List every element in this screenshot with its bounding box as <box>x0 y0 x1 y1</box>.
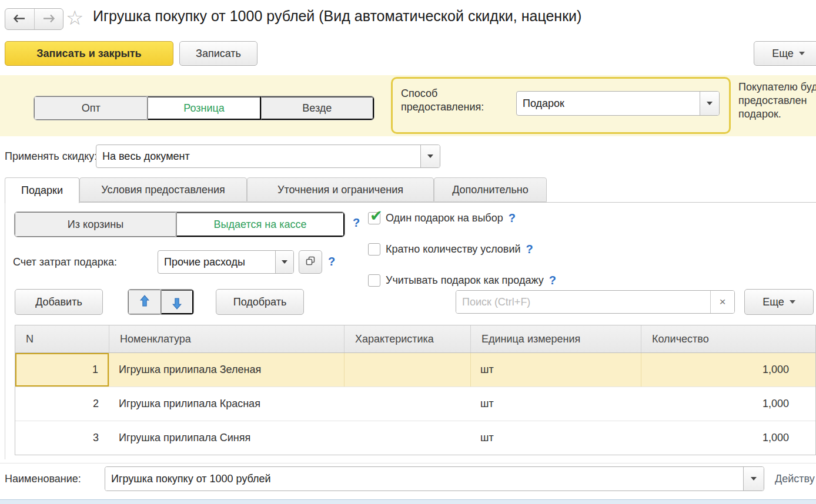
column-header-unit[interactable]: Единица измерения <box>471 325 641 352</box>
segment-vezde[interactable]: Везде <box>261 96 374 120</box>
table-header-row: N Номенклатура Характеристика Единица из… <box>15 325 815 353</box>
label-line: Способ <box>401 87 484 100</box>
combo-dropdown-button[interactable] <box>700 92 719 115</box>
option-count-as-sale[interactable]: Учитывать подарок как продажу ? <box>368 274 556 287</box>
help-option[interactable]: ? <box>526 243 533 256</box>
segment-roznica[interactable]: Розница <box>148 96 260 120</box>
option-one-gift[interactable]: ✔ Один подарок на выбор ? <box>368 211 516 225</box>
apply-discount-combo[interactable]: На весь документ <box>96 145 440 168</box>
gifts-table: N Номенклатура Характеристика Единица из… <box>15 325 816 455</box>
option-label[interactable]: Кратно количеству условий <box>386 243 521 256</box>
checkbox-checked[interactable]: ✔ <box>368 212 380 224</box>
forward-button[interactable] <box>34 9 63 29</box>
cell-characteristic[interactable] <box>345 387 471 421</box>
hint-line: Покупателю буд <box>738 80 816 94</box>
tab-podarki[interactable]: Подарки <box>5 177 79 203</box>
cell-nomenclature[interactable]: Игрушка прилипала Синяя <box>109 421 345 455</box>
window-title: Игрушка покупку от 1000 рублей (Вид авто… <box>93 8 581 25</box>
clear-search-button[interactable]: × <box>710 291 734 313</box>
column-header-quantity[interactable]: Количество <box>641 325 815 352</box>
cell-quantity[interactable]: 1,000 <box>641 421 815 455</box>
gift-source-segmented-control: Из корзины Выдается на кассе <box>14 211 345 237</box>
tab-utochneniya[interactable]: Уточнения и ограничения <box>247 177 434 202</box>
cell-unit[interactable]: шт <box>471 421 641 455</box>
column-header-n[interactable]: N <box>15 325 109 352</box>
tabstrip-baseline <box>5 202 816 203</box>
option-label[interactable]: Один подарок на выбор <box>386 212 503 224</box>
column-header-characteristic[interactable]: Характеристика <box>345 325 471 352</box>
cell-nomenclature[interactable]: Игрушка прилипала Зеленая <box>109 353 345 387</box>
cost-account-combo[interactable]: Прочие расходы <box>158 250 294 274</box>
scope-segmented-control: Опт Розница Везде <box>34 96 374 120</box>
chevron-down-icon <box>427 154 433 158</box>
hint-line: подарок. <box>738 107 816 121</box>
cell-n[interactable]: 2 <box>15 387 109 421</box>
option-label[interactable]: Учитывать подарок как продажу <box>386 274 544 287</box>
check-icon: ✔ <box>370 208 383 223</box>
move-down-button[interactable] <box>161 290 193 314</box>
chevron-down-icon <box>790 300 795 304</box>
cell-quantity[interactable]: 1,000 <box>641 353 815 387</box>
segment-opt[interactable]: Опт <box>34 96 148 120</box>
tab-usloviya[interactable]: Условия предоставления <box>79 177 247 202</box>
help-cost-account[interactable]: ? <box>328 255 335 268</box>
status-label: Действу <box>775 473 815 485</box>
move-up-button[interactable] <box>128 290 161 314</box>
tab-dopolnitelno[interactable]: Дополнительно <box>434 177 547 202</box>
arrow-up-icon <box>140 295 149 310</box>
bottom-panel-edge <box>0 499 816 504</box>
segment-iz-korziny[interactable]: Из корзины <box>15 212 176 237</box>
table-row[interactable]: 3 Игрушка прилипала Синяя шт 1,000 <box>15 421 815 455</box>
cell-n[interactable]: 3 <box>15 421 109 455</box>
arrow-left-icon <box>13 14 26 25</box>
option-multiple-conditions[interactable]: Кратно количеству условий ? <box>368 243 533 256</box>
provision-method-combo[interactable]: Подарок <box>516 91 720 116</box>
back-button[interactable] <box>5 9 34 29</box>
cell-characteristic[interactable] <box>345 353 471 387</box>
label-line: предоставления: <box>401 100 484 114</box>
name-label: Наименование: <box>5 473 81 485</box>
combo-dropdown-button[interactable] <box>420 145 440 167</box>
apply-discount-value[interactable]: На весь документ <box>96 145 420 167</box>
chevron-down-icon <box>751 477 757 481</box>
cost-account-value[interactable]: Прочие расходы <box>158 251 275 273</box>
column-header-nomenclature[interactable]: Номенклатура <box>109 325 345 352</box>
pick-button[interactable]: Подобрать <box>216 289 304 315</box>
hint-line: предоставлен <box>738 94 816 107</box>
name-input[interactable] <box>105 467 743 490</box>
cell-quantity[interactable]: 1,000 <box>641 387 815 421</box>
help-option[interactable]: ? <box>549 274 556 287</box>
combo-dropdown-button[interactable] <box>743 467 764 490</box>
chevron-down-icon <box>707 102 713 105</box>
combo-dropdown-button[interactable] <box>275 251 293 273</box>
more-button-top[interactable]: Еще <box>754 41 816 66</box>
cell-unit[interactable]: шт <box>471 387 641 421</box>
apply-discount-label: Применять скидку: <box>5 150 97 163</box>
search-box: × <box>456 290 735 314</box>
search-input[interactable] <box>456 291 710 313</box>
table-row[interactable]: 2 Игрушка прилипала Красная шт 1,000 <box>15 387 815 421</box>
open-account-button[interactable] <box>299 250 322 274</box>
chevron-down-icon <box>282 260 287 264</box>
add-button[interactable]: Добавить <box>15 289 103 315</box>
cell-characteristic[interactable] <box>345 421 471 455</box>
help-source[interactable]: ? <box>353 216 360 230</box>
save-button[interactable]: Записать <box>179 41 257 66</box>
table-row[interactable]: 1 Игрушка прилипала Зеленая шт 1,000 <box>15 353 815 387</box>
segment-vydaetsya-na-kasse[interactable]: Выдается на кассе <box>176 212 345 237</box>
checkbox-unchecked[interactable] <box>368 243 380 256</box>
favorite-star-icon[interactable]: ☆ <box>66 7 83 28</box>
checkbox-unchecked[interactable] <box>368 274 380 287</box>
more-button-list[interactable]: Еще <box>744 289 814 315</box>
help-option[interactable]: ? <box>509 211 516 225</box>
save-and-close-button[interactable]: Записать и закрыть <box>5 41 173 66</box>
discount-card-window: ☆ Игрушка покупку от 1000 рублей (Вид ав… <box>0 0 816 504</box>
provision-hint: Покупателю буд предоставлен подарок. <box>738 80 816 121</box>
provision-method-value[interactable]: Подарок <box>517 92 700 115</box>
name-combo <box>105 466 764 491</box>
more-label: Еще <box>763 296 784 308</box>
cell-nomenclature[interactable]: Игрушка прилипала Красная <box>109 387 345 421</box>
cell-unit[interactable]: шт <box>471 353 641 387</box>
cell-n[interactable]: 1 <box>15 353 109 387</box>
move-buttons <box>128 289 194 315</box>
